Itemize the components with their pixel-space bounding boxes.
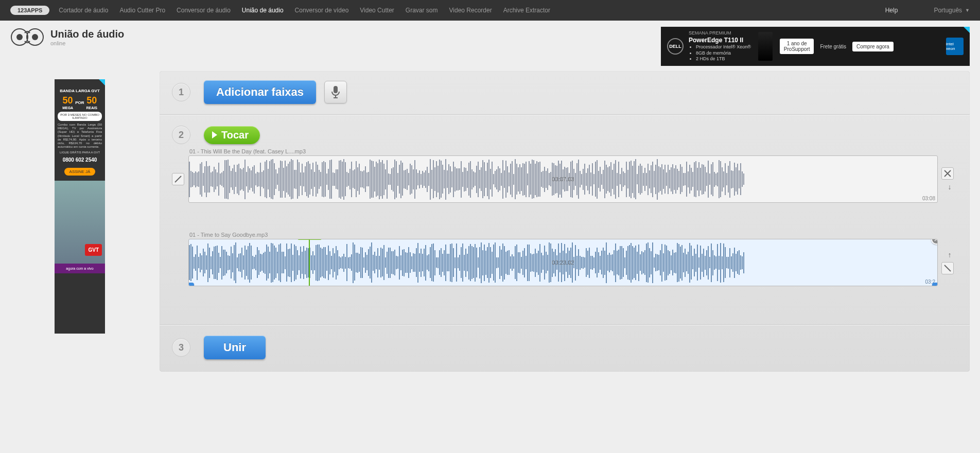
- language-label: Português: [934, 7, 962, 14]
- help-link[interactable]: Help: [885, 7, 898, 14]
- track-2-move-up-button[interactable]: ↑: [948, 251, 952, 259]
- nav-audio-cutter-pro[interactable]: Audio Cutter Pro: [119, 7, 165, 14]
- playhead[interactable]: 00:32.02: [309, 239, 310, 286]
- adchoices-icon: [964, 27, 970, 33]
- app-logo-icon: [10, 27, 44, 47]
- track-2-row: 03:23.02 03:2 00:32.02 00:00.00 03:23.00…: [172, 239, 957, 286]
- chevron-down-icon: ▼: [965, 8, 970, 13]
- nav-uniao-audio[interactable]: União de áudio: [242, 7, 284, 14]
- divider: [160, 324, 970, 325]
- step-number-2: 2: [172, 126, 190, 144]
- svg-rect-4: [334, 86, 338, 93]
- app-header: União de áudio online: [10, 27, 124, 47]
- nav-conversor-video[interactable]: Conversor de vídeo: [295, 7, 349, 14]
- track-1-crossfade-button[interactable]: [941, 167, 954, 180]
- ad-side-cta-button[interactable]: ASSINE JÁ: [64, 168, 96, 176]
- main-panel: 1 Adicionar faixas 2 Tocar 01 - Thi: [160, 71, 970, 372]
- microphone-icon: [330, 85, 341, 99]
- svg-point-3: [32, 34, 38, 40]
- page-title: União de áudio: [50, 28, 124, 40]
- server-image-icon: [758, 32, 773, 61]
- arrow-down-icon: ↓: [948, 183, 952, 191]
- top-navbar: 123APPS Cortador de áudio Audio Cutter P…: [0, 0, 980, 21]
- track-2-fade-out-button[interactable]: [941, 262, 954, 274]
- playhead-time: 00:32.02: [297, 239, 322, 240]
- adchoices-icon: [99, 79, 105, 85]
- track-1-duration-right: 03:08: [922, 196, 935, 201]
- svg-point-1: [16, 34, 23, 40]
- nav-archive-extractor[interactable]: Archive Extractor: [503, 7, 550, 14]
- ad-pill-prosupport: 1 ano de ProSupport: [780, 39, 814, 54]
- dell-logo-icon: DELL: [667, 38, 684, 55]
- microphone-button[interactable]: [324, 81, 347, 103]
- nav-conversor-audio[interactable]: Conversor de áudio: [177, 7, 231, 14]
- nav-video-cutter[interactable]: Video Cutter: [360, 7, 394, 14]
- fade-out-icon: [944, 265, 951, 272]
- intel-xeon-badge-icon: intel xeon: [946, 38, 964, 55]
- language-selector[interactable]: Português ▼: [934, 7, 970, 14]
- nav-cortador-audio[interactable]: Cortador de áudio: [59, 7, 108, 14]
- ad-banner-side[interactable]: BANDA LARGA GVT 50MEGA POR 50REAIS POR 3…: [55, 79, 105, 334]
- step-number-3: 3: [172, 338, 190, 357]
- trim-handle-end[interactable]: [932, 283, 938, 286]
- track-1-filename: 01 - This Will Be the Day (feat. Casey L…: [189, 148, 957, 154]
- add-tracks-button[interactable]: Adicionar faixas: [204, 80, 316, 104]
- track-2-duration-center: 03:23.02: [552, 259, 574, 266]
- ad-cta-button[interactable]: Compre agora: [852, 42, 894, 51]
- step-3-row: 3 Unir: [160, 336, 970, 359]
- play-button[interactable]: Tocar: [204, 126, 260, 144]
- ad-person-image: GVT agora com a vivo: [55, 181, 105, 273]
- play-icon: [212, 131, 217, 138]
- fade-in-icon: [174, 176, 182, 183]
- step-1-row: 1 Adicionar faixas: [160, 80, 970, 104]
- ad-banner-top[interactable]: DELL SEMANA PREMIUM PowerEdge T110 II Pr…: [661, 27, 970, 66]
- step-2-row: 2 Tocar: [160, 126, 970, 144]
- close-icon: ✕: [934, 239, 938, 243]
- nav-video-recorder[interactable]: Video Recorder: [449, 7, 492, 14]
- merge-button[interactable]: Unir: [204, 336, 266, 359]
- divider: [160, 114, 970, 115]
- track-2-waveform[interactable]: 03:23.02 03:2 00:32.02 00:00.00 03:23.00…: [188, 239, 938, 286]
- track-1-waveform[interactable]: 03:07.03 03:08: [188, 155, 938, 203]
- crossfade-icon: [944, 170, 951, 177]
- track-2-filename: 01 - Time to Say Goodbye.mp3: [189, 232, 957, 238]
- arrow-up-icon: ↑: [948, 251, 952, 259]
- track-1-fade-button[interactable]: [172, 173, 184, 185]
- track-1-move-down-button[interactable]: ↓: [948, 183, 952, 191]
- nav-gravar-som[interactable]: Gravar som: [406, 7, 438, 14]
- track-1-duration-center: 03:07.03: [552, 176, 574, 182]
- trim-handle-start[interactable]: [188, 283, 194, 286]
- step-number-1: 1: [172, 83, 190, 101]
- track-1-row: 03:07.03 03:08 ↓: [172, 155, 957, 203]
- page-subtitle: online: [50, 40, 124, 46]
- brand-pill[interactable]: 123APPS: [10, 6, 49, 15]
